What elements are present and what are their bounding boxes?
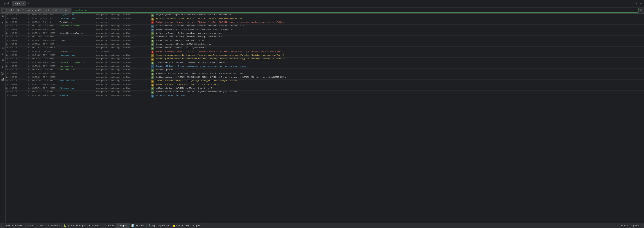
log-level: D (150, 76, 155, 79)
log-time: 02:02:26.584 (28, 72, 42, 76)
logcat-item[interactable]: ≡ Logcat (116, 224, 130, 228)
run-item[interactable]: ▶ Run (26, 224, 35, 228)
log-package: com.google.samples.apps.sunflower (96, 24, 150, 28)
device-selector[interactable]: 📱 Pixel XL API 31 (emulator-5554) Androi… (1, 8, 71, 13)
log-row[interactable]: 2022-12-29 02:02:23.673 22470-22584 com.… (6, 47, 644, 50)
settings-icon[interactable]: ⚙ (635, 1, 638, 5)
log-time: 02:02:24.327 (28, 54, 42, 57)
log-row[interactable]: 2022-12-29 02:02:26.579 22470-22582 Host… (6, 69, 644, 72)
logcat-status-label: Logcat (120, 225, 128, 227)
run-label: Run (30, 225, 33, 227)
layout-inspector-item[interactable]: ⊞ Layout Inspector (617, 224, 642, 227)
log-row[interactable]: 2022-12-29 02:02:23.402 22470-22470 Netw… (6, 32, 644, 36)
terminal-item[interactable]: ▶ Terminal (87, 224, 103, 228)
expand-icon[interactable]: ⤢ (639, 8, 643, 12)
device-icon: 📱 (3, 9, 5, 11)
python-label: Python Packages (67, 225, 85, 227)
tab-close-icon[interactable]: ✕ (23, 2, 24, 4)
filter-bar[interactable]: ▼ package:mine (72, 8, 638, 13)
log-tag: VerityUtils (59, 21, 96, 24)
log-row[interactable]: 2022-12-29 02:02:26.709 22470-22582 Open… (6, 80, 644, 83)
scroll-end-icon[interactable]: ⬇ (2, 33, 4, 37)
log-row[interactable]: 2022-12-29 02:02:25.690 22470-22470 Comp… (6, 61, 644, 65)
log-row[interactable]: 2022-12-29 02:02:23.664 22470-22584 com.… (6, 43, 644, 47)
screenshot-icon[interactable]: 📷 (1, 72, 4, 75)
log-row[interactable]: 2022-12-29 02:02:26.713 22470-22582 EGL_… (6, 87, 644, 91)
clear-icon[interactable]: 🗑 (1, 15, 4, 18)
log-pid: 22470-22470 (42, 65, 59, 68)
filter-lines-icon[interactable]: ≡ (2, 52, 4, 56)
todo-icon: ☑ (37, 224, 38, 227)
log-pid: 22470-22582 (42, 76, 59, 79)
log-message: No Network Security Config specified, us… (155, 36, 644, 39)
log-pid: 22470-22470 (42, 54, 59, 57)
log-pid: 22470-22582 (42, 91, 59, 94)
list-icon[interactable]: ☰ (1, 59, 4, 63)
log-time: 02:02:25.690 (28, 61, 42, 65)
todo-label: TODO (39, 225, 44, 227)
log-row[interactable]: 2022-12-29 02:02:23.400 22470-22470 com.… (6, 36, 644, 39)
target-icon[interactable]: ⊙ (2, 65, 4, 69)
app-inspection-item[interactable]: 🔍 App Inspection (146, 224, 171, 228)
copy-icon[interactable]: ⎘ (2, 46, 4, 50)
log-row[interactable]: 2022-12-29 02:02:26.715 22470-22582 com.… (6, 91, 644, 94)
log-content[interactable]: 2022-12-29 01:00:55.790 1639-1855 EGL_em… (6, 13, 644, 223)
log-tag: EGL_emulation (59, 13, 96, 17)
pause-icon[interactable]: ⏸ (1, 21, 4, 24)
version-control-item[interactable]: ↑ Version Control (2, 224, 26, 228)
log-message: createUnique: call (155, 69, 644, 72)
log-package: com.google.samples.apps.sunflower (96, 28, 150, 32)
video-icon[interactable]: 🎬 (1, 78, 4, 82)
log-level: V (150, 28, 155, 32)
log-time: 02:02:26.803 (28, 94, 42, 98)
todo-item[interactable]: ☑ TODO (35, 224, 46, 228)
log-date: 2022-12-29 (6, 58, 28, 61)
log-message: loaded /vendor/lib64/egl/libEGL_emulatio… (155, 39, 644, 43)
log-tag: libEGL (59, 39, 96, 43)
log-tag: HostConnection (59, 69, 96, 72)
log-row[interactable]: 2022-12-29 02:02:23.400 22470-22470 Grap… (6, 24, 644, 28)
layout-inspector-label: Layout Inspector (621, 225, 640, 227)
log-message: Skipped 154 frames! The application may … (155, 65, 644, 68)
logcat-tab[interactable]: Logcat ✕ (12, 1, 26, 6)
log-date: 2022-12-29 (6, 54, 28, 57)
log-message: Failed to measure fs-verity, errno 1: /d… (155, 21, 644, 24)
log-level: D (150, 91, 155, 94)
log-row[interactable]: 2022-12-29 02:02:26.584 22470-22582 com.… (6, 72, 644, 76)
log-row[interactable]: 2022-12-29 02:02:24.327 22470-22470 .app… (6, 54, 644, 58)
log-message: eglCreateContext: 0x7df95262cf50: maj 3 … (155, 87, 644, 90)
log-row[interactable]: 2022-12-29 01:00:55.790 1639-1855 EGL_em… (6, 13, 644, 17)
log-date: 2022-12-29 (6, 87, 28, 90)
restart-icon[interactable]: ↺ (2, 27, 4, 31)
log-message: eglMakeCurrent: 0x7df95262cf50: ver 3 0 … (155, 91, 644, 94)
log-row[interactable]: 2022-12-29 02:02:26.711 22470-22582 com.… (6, 83, 644, 87)
python-icon: 🐍 (64, 224, 66, 227)
log-package: com.google.samples.apps.sunflower (96, 91, 150, 94)
log-tag: NetworkSecurityConfig (59, 32, 96, 35)
log-row[interactable]: 2022-12-29 02:02:24.328 22470-22470 com.… (6, 58, 644, 61)
log-row[interactable]: 2022-12-29 02:02:23.743 546-603 VerityUt… (6, 50, 644, 54)
up-icon[interactable]: ↑ (2, 40, 4, 44)
log-row[interactable]: 2022-12-29 01:01:04.770 1639-1675 .apps.… (6, 17, 644, 21)
toolbar: 📱 Pixel XL API 31 (emulator-5554) Androi… (0, 7, 644, 13)
log-row[interactable]: 2022-12-29 02:02:23.199 546-603 VerityUt… (6, 21, 644, 24)
log-level: D (150, 32, 155, 35)
log-tag: Compatibil...geReporter (59, 61, 96, 65)
app-quality-item[interactable]: ⭐ App Quality Insights (171, 224, 202, 228)
log-row[interactable]: 2022-12-29 02:02:23.400 22470-22470 com.… (6, 28, 644, 32)
new-tab-button[interactable]: + (27, 2, 30, 5)
problems-item[interactable]: ⚠ Problems (46, 224, 62, 228)
log-row[interactable]: 2022-12-29 02:02:23.621 22470-22584 libE… (6, 39, 644, 43)
log-time: 02:02:23.199 (28, 21, 42, 24)
log-row[interactable]: 2022-12-29 02:02:26.803 22470-22582 Gral… (6, 94, 644, 98)
log-row[interactable]: 2022-12-29 02:02:26.699 22470-22582 com.… (6, 76, 644, 80)
log-date: 2022-12-29 (6, 28, 28, 32)
log-pid: 546-603 (42, 50, 59, 54)
log-row[interactable]: 2022-12-29 02:02:26.155 22470-22470 Chor… (6, 65, 644, 69)
minimize-icon[interactable]: — (640, 1, 642, 5)
python-packages-item[interactable]: 🐍 Python Packages (62, 224, 87, 228)
log-level: D (150, 87, 155, 90)
profiler-item[interactable]: 📊 Profiler (130, 224, 146, 228)
build-item[interactable]: 🔨 Build (103, 224, 116, 228)
log-time: 01:01:04.770 (28, 17, 42, 21)
